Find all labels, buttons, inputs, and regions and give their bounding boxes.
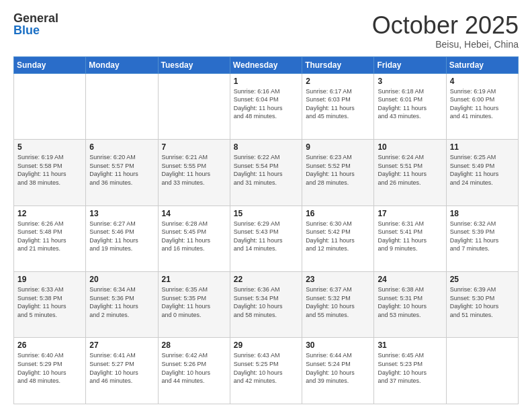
calendar-day-cell: 2Sunrise: 6:17 AM Sunset: 6:03 PM Daylig…	[302, 73, 374, 139]
day-number: 10	[378, 142, 442, 152]
day-number: 23	[306, 275, 370, 284]
logo-blue-text: Blue	[13, 24, 58, 38]
day-number: 26	[17, 340, 82, 350]
calendar-empty-cell	[86, 73, 158, 139]
logo-text: General Blue	[13, 12, 58, 38]
calendar-day-cell: 12Sunrise: 6:26 AM Sunset: 5:48 PM Dayli…	[14, 205, 86, 271]
calendar-day-cell: 7Sunrise: 6:21 AM Sunset: 5:55 PM Daylig…	[158, 140, 230, 205]
calendar-day-cell: 6Sunrise: 6:20 AM Sunset: 5:57 PM Daylig…	[86, 140, 158, 205]
day-number: 5	[17, 142, 82, 152]
calendar-day-cell: 15Sunrise: 6:29 AM Sunset: 5:43 PM Dayli…	[230, 205, 302, 271]
calendar-empty-cell	[14, 73, 86, 139]
day-number: 15	[234, 209, 298, 218]
day-info: Sunrise: 6:41 AM Sunset: 5:27 PM Dayligh…	[89, 351, 154, 385]
calendar-day-cell: 22Sunrise: 6:36 AM Sunset: 5:34 PM Dayli…	[230, 272, 302, 338]
day-info: Sunrise: 6:21 AM Sunset: 5:55 PM Dayligh…	[162, 153, 226, 187]
day-info: Sunrise: 6:37 AM Sunset: 5:32 PM Dayligh…	[306, 285, 370, 319]
day-info: Sunrise: 6:42 AM Sunset: 5:26 PM Dayligh…	[162, 351, 226, 385]
calendar-day-cell: 4Sunrise: 6:19 AM Sunset: 6:00 PM Daylig…	[446, 73, 518, 139]
calendar-week-row: 19Sunrise: 6:33 AM Sunset: 5:38 PM Dayli…	[14, 272, 519, 338]
calendar-week-row: 26Sunrise: 6:40 AM Sunset: 5:29 PM Dayli…	[14, 338, 519, 404]
day-number: 7	[162, 142, 226, 152]
day-info: Sunrise: 6:40 AM Sunset: 5:29 PM Dayligh…	[17, 351, 82, 385]
day-number: 1	[234, 77, 298, 86]
day-number: 8	[234, 142, 298, 152]
day-info: Sunrise: 6:36 AM Sunset: 5:34 PM Dayligh…	[234, 285, 298, 319]
calendar-day-cell: 29Sunrise: 6:43 AM Sunset: 5:25 PM Dayli…	[230, 338, 302, 404]
day-info: Sunrise: 6:19 AM Sunset: 6:00 PM Dayligh…	[450, 87, 515, 121]
day-info: Sunrise: 6:34 AM Sunset: 5:36 PM Dayligh…	[89, 285, 154, 319]
col-header-wednesday: Wednesday	[230, 56, 302, 73]
day-info: Sunrise: 6:43 AM Sunset: 5:25 PM Dayligh…	[234, 351, 298, 385]
calendar-day-cell: 20Sunrise: 6:34 AM Sunset: 5:36 PM Dayli…	[86, 272, 158, 338]
day-info: Sunrise: 6:27 AM Sunset: 5:46 PM Dayligh…	[89, 220, 154, 253]
calendar-day-cell: 13Sunrise: 6:27 AM Sunset: 5:46 PM Dayli…	[86, 205, 158, 271]
day-info: Sunrise: 6:44 AM Sunset: 5:24 PM Dayligh…	[306, 351, 370, 385]
calendar-day-cell: 28Sunrise: 6:42 AM Sunset: 5:26 PM Dayli…	[158, 338, 230, 404]
day-info: Sunrise: 6:17 AM Sunset: 6:03 PM Dayligh…	[306, 87, 370, 121]
calendar-day-cell: 1Sunrise: 6:16 AM Sunset: 6:04 PM Daylig…	[230, 73, 302, 139]
calendar-day-cell: 17Sunrise: 6:31 AM Sunset: 5:41 PM Dayli…	[374, 205, 446, 271]
day-info: Sunrise: 6:18 AM Sunset: 6:01 PM Dayligh…	[378, 87, 442, 121]
calendar-day-cell: 30Sunrise: 6:44 AM Sunset: 5:24 PM Dayli…	[302, 338, 374, 404]
calendar-day-cell: 31Sunrise: 6:45 AM Sunset: 5:23 PM Dayli…	[374, 338, 446, 404]
col-header-tuesday: Tuesday	[158, 56, 230, 73]
day-number: 25	[450, 275, 515, 284]
calendar-week-row: 5Sunrise: 6:19 AM Sunset: 5:58 PM Daylig…	[14, 140, 519, 205]
day-number: 29	[234, 340, 298, 350]
day-number: 11	[450, 142, 515, 152]
calendar-day-cell: 25Sunrise: 6:39 AM Sunset: 5:30 PM Dayli…	[446, 272, 518, 338]
day-number: 12	[17, 209, 82, 218]
day-number: 27	[89, 340, 154, 350]
day-info: Sunrise: 6:35 AM Sunset: 5:35 PM Dayligh…	[162, 285, 226, 319]
day-number: 14	[162, 209, 226, 218]
calendar-day-cell: 10Sunrise: 6:24 AM Sunset: 5:51 PM Dayli…	[374, 140, 446, 205]
calendar-day-cell: 24Sunrise: 6:38 AM Sunset: 5:31 PM Dayli…	[374, 272, 446, 338]
location: Beisu, Hebei, China	[372, 39, 519, 50]
day-info: Sunrise: 6:38 AM Sunset: 5:31 PM Dayligh…	[378, 285, 442, 319]
calendar-day-cell: 5Sunrise: 6:19 AM Sunset: 5:58 PM Daylig…	[14, 140, 86, 205]
day-number: 2	[306, 77, 370, 86]
day-info: Sunrise: 6:39 AM Sunset: 5:30 PM Dayligh…	[450, 285, 515, 319]
day-number: 9	[306, 142, 370, 152]
calendar-empty-cell	[158, 73, 230, 139]
day-info: Sunrise: 6:45 AM Sunset: 5:23 PM Dayligh…	[378, 351, 442, 385]
day-number: 17	[378, 209, 442, 218]
calendar-week-row: 1Sunrise: 6:16 AM Sunset: 6:04 PM Daylig…	[14, 73, 519, 139]
title-block: October 2025 Beisu, Hebei, China	[372, 12, 519, 50]
col-header-thursday: Thursday	[302, 56, 374, 73]
day-number: 18	[450, 209, 515, 218]
day-info: Sunrise: 6:24 AM Sunset: 5:51 PM Dayligh…	[378, 153, 442, 187]
col-header-saturday: Saturday	[446, 56, 518, 73]
day-number: 19	[17, 275, 82, 284]
day-info: Sunrise: 6:32 AM Sunset: 5:39 PM Dayligh…	[450, 220, 515, 253]
day-info: Sunrise: 6:33 AM Sunset: 5:38 PM Dayligh…	[17, 285, 82, 319]
day-info: Sunrise: 6:29 AM Sunset: 5:43 PM Dayligh…	[234, 220, 298, 253]
calendar-day-cell: 23Sunrise: 6:37 AM Sunset: 5:32 PM Dayli…	[302, 272, 374, 338]
day-info: Sunrise: 6:16 AM Sunset: 6:04 PM Dayligh…	[234, 87, 298, 121]
calendar-day-cell: 18Sunrise: 6:32 AM Sunset: 5:39 PM Dayli…	[446, 205, 518, 271]
day-number: 3	[378, 77, 442, 86]
calendar-day-cell: 16Sunrise: 6:30 AM Sunset: 5:42 PM Dayli…	[302, 205, 374, 271]
day-info: Sunrise: 6:26 AM Sunset: 5:48 PM Dayligh…	[17, 220, 82, 253]
day-number: 30	[306, 340, 370, 350]
day-info: Sunrise: 6:25 AM Sunset: 5:49 PM Dayligh…	[450, 153, 515, 187]
day-number: 20	[89, 275, 154, 284]
day-number: 13	[89, 209, 154, 218]
month-title: October 2025	[372, 12, 519, 39]
calendar-day-cell: 14Sunrise: 6:28 AM Sunset: 5:45 PM Dayli…	[158, 205, 230, 271]
col-header-monday: Monday	[86, 56, 158, 73]
day-info: Sunrise: 6:30 AM Sunset: 5:42 PM Dayligh…	[306, 220, 370, 253]
day-number: 21	[162, 275, 226, 284]
calendar-day-cell: 27Sunrise: 6:41 AM Sunset: 5:27 PM Dayli…	[86, 338, 158, 404]
calendar-day-cell: 19Sunrise: 6:33 AM Sunset: 5:38 PM Dayli…	[14, 272, 86, 338]
day-number: 4	[450, 77, 515, 86]
day-number: 16	[306, 209, 370, 218]
calendar-day-cell: 9Sunrise: 6:23 AM Sunset: 5:52 PM Daylig…	[302, 140, 374, 205]
calendar-table: SundayMondayTuesdayWednesdayThursdayFrid…	[13, 56, 519, 404]
calendar-day-cell: 8Sunrise: 6:22 AM Sunset: 5:54 PM Daylig…	[230, 140, 302, 205]
calendar-day-cell: 11Sunrise: 6:25 AM Sunset: 5:49 PM Dayli…	[446, 140, 518, 205]
calendar-day-cell: 3Sunrise: 6:18 AM Sunset: 6:01 PM Daylig…	[374, 73, 446, 139]
col-header-sunday: Sunday	[14, 56, 86, 73]
day-info: Sunrise: 6:20 AM Sunset: 5:57 PM Dayligh…	[89, 153, 154, 187]
